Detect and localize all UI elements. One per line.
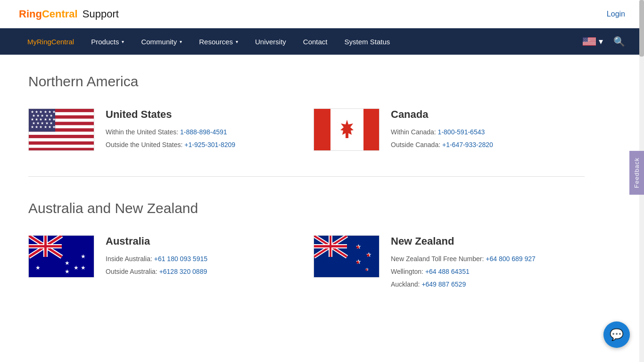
- countries-grid-anz: ★ ★ ★ ★ ★ ★ Australia Inside Australia: …: [28, 235, 585, 292]
- search-icon[interactable]: 🔍: [613, 36, 625, 47]
- svg-rect-9: [583, 43, 596, 43]
- language-chevron-icon: ▾: [599, 36, 603, 47]
- country-item-au: ★ ★ ★ ★ ★ ★ Australia Inside Australia: …: [28, 235, 299, 292]
- country-info-nz: New Zealand New Zealand Toll Free Number…: [391, 235, 536, 292]
- logo[interactable]: RingCentral Support: [19, 8, 119, 20]
- svg-rect-25: [29, 132, 94, 135]
- svg-rect-26: [29, 135, 94, 138]
- au-flag: ★ ★ ★ ★ ★ ★: [28, 235, 94, 278]
- country-info-au: Australia Inside Australia: +61 180 093 …: [106, 235, 207, 280]
- svg-rect-66: [330, 236, 331, 257]
- svg-rect-27: [29, 138, 94, 141]
- nz-phone-label: New Zealand Toll Free Number: +64 800 68…: [391, 254, 536, 264]
- country-info-us: United States Within the United States: …: [106, 108, 235, 153]
- au-phone-2: Outside Australia: +6128 320 0889: [106, 267, 207, 277]
- chevron-down-icon: ▾: [122, 39, 124, 44]
- nz-phone-link-2[interactable]: +64 488 64351: [425, 268, 470, 275]
- svg-text:★: ★: [355, 259, 360, 265]
- us-phone-link-1[interactable]: 1-888-898-4591: [180, 128, 227, 136]
- us-flag-icon: ★ ★ ★ ★ ★ ★ ★ ★ ★ ★ ★ ★ ★ ★ ★ ★ ★ ★ ★ ★ …: [583, 37, 596, 46]
- svg-rect-28: [29, 141, 94, 145]
- ca-phone-link-2[interactable]: +1-647-933-2820: [442, 141, 493, 148]
- svg-rect-51: [44, 236, 47, 257]
- ca-flag: [314, 108, 380, 151]
- svg-rect-29: [29, 145, 94, 148]
- ca-phone-link-1[interactable]: 1-800-591-6543: [438, 128, 485, 136]
- chat-icon: 💬: [610, 328, 624, 335]
- country-name-nz: New Zealand: [391, 235, 536, 247]
- svg-rect-7: [583, 42, 596, 42]
- country-name-au: Australia: [106, 235, 207, 247]
- nav-item-community[interactable]: Community ▾: [132, 28, 190, 55]
- us-phone-1: Within the United States: 1-888-898-4591: [106, 127, 235, 137]
- ca-phone-2: Outside Canada: +1-647-933-2820: [391, 140, 493, 150]
- country-item-ca: Canada Within Canada: 1-800-591-6543 Out…: [314, 108, 585, 153]
- us-flag: ★ ★ ★ ★ ★ ★ ★ ★ ★ ★ ★ ★ ★ ★ ★ ★ ★ ★ ★ ★ …: [28, 108, 94, 151]
- nav-item-myringcentral[interactable]: MyRingCentral: [19, 28, 83, 55]
- svg-rect-8: [583, 42, 596, 43]
- nz-flag: ★ ★ ★ ★ ★ ★ ★ ★: [314, 235, 380, 278]
- country-name-us: United States: [106, 108, 235, 121]
- region-northern-america: Northern America: [28, 74, 585, 153]
- logo-central: Central: [42, 8, 78, 20]
- nz-phone-auckland: Auckland: +649 887 6529: [391, 280, 536, 289]
- us-phone-link-2[interactable]: +1-925-301-8209: [184, 141, 235, 148]
- nav-items: MyRingCentral Products ▾ Community ▾ Res…: [19, 28, 583, 55]
- main-content: Northern America: [0, 55, 613, 335]
- login-button[interactable]: Login: [607, 10, 625, 18]
- svg-text:★: ★: [35, 264, 41, 271]
- svg-rect-38: [314, 109, 330, 151]
- svg-text:★: ★: [81, 253, 86, 260]
- top-header: RingCentral Support Login: [0, 0, 644, 28]
- svg-rect-39: [363, 109, 380, 151]
- au-phone-1: Inside Australia: +61 180 093 5915: [106, 254, 207, 264]
- svg-rect-11: [583, 44, 596, 45]
- svg-text:★: ★: [355, 244, 360, 250]
- svg-rect-41: [346, 132, 348, 138]
- svg-rect-12: [583, 45, 596, 46]
- country-name-ca: Canada: [391, 108, 493, 121]
- nav-bar: MyRingCentral Products ▾ Community ▾ Res…: [0, 28, 644, 55]
- nav-item-resources[interactable]: Resources ▾: [190, 28, 247, 55]
- nav-item-system-status[interactable]: System Status: [336, 28, 399, 55]
- nav-right: ★ ★ ★ ★ ★ ★ ★ ★ ★ ★ ★ ★ ★ ★ ★ ★ ★ ★ ★ ★ …: [583, 36, 625, 47]
- country-item-us: ★ ★ ★ ★ ★ ★ ★ ★ ★ ★ ★ ★ ★ ★ ★ ★ ★ ★ ★ ★ …: [28, 108, 299, 153]
- countries-grid-northern-america: ★ ★ ★ ★ ★ ★ ★ ★ ★ ★ ★ ★ ★ ★ ★ ★ ★ ★ ★ ★ …: [28, 108, 585, 153]
- logo-ring: Ring: [19, 8, 42, 20]
- svg-text:★: ★: [65, 268, 70, 275]
- nav-item-university[interactable]: University: [247, 28, 295, 55]
- nz-phone-link-3[interactable]: +649 887 6529: [421, 280, 466, 288]
- svg-rect-10: [583, 44, 596, 44]
- nz-phone-wellington: Wellington: +64 488 64351: [391, 267, 536, 277]
- svg-text:★ ★ ★ ★ ★ ★: ★ ★ ★ ★ ★ ★: [31, 125, 56, 129]
- svg-rect-30: [29, 148, 94, 151]
- section-divider: [28, 176, 585, 177]
- nav-item-products[interactable]: Products ▾: [83, 28, 132, 55]
- feedback-tab[interactable]: Feedback: [629, 151, 644, 195]
- section-title-anz: Australia and New Zealand: [28, 200, 585, 216]
- nav-item-contact[interactable]: Contact: [295, 28, 336, 55]
- ca-phone-1: Within Canada: 1-800-591-6543: [391, 127, 493, 137]
- svg-text:★: ★: [81, 264, 86, 271]
- svg-text:★: ★: [365, 268, 368, 272]
- country-info-ca: Canada Within Canada: 1-800-591-6543 Out…: [391, 108, 493, 153]
- au-phone-link-2[interactable]: +6128 320 0889: [159, 268, 207, 275]
- chevron-down-icon: ▾: [236, 39, 238, 44]
- language-selector[interactable]: ★ ★ ★ ★ ★ ★ ★ ★ ★ ★ ★ ★ ★ ★ ★ ★ ★ ★ ★ ★ …: [583, 36, 603, 47]
- svg-text:★: ★: [74, 264, 79, 271]
- us-phone-2: Outside the United States: +1-925-301-82…: [106, 140, 235, 150]
- country-item-nz: ★ ★ ★ ★ ★ ★ ★ ★ New Zealand New Zealand: [314, 235, 585, 292]
- logo-support: Support: [80, 8, 119, 20]
- svg-text:★: ★: [65, 260, 70, 266]
- section-title-northern-america: Northern America: [28, 74, 585, 90]
- scrollbar-thumb[interactable]: [639, 0, 644, 57]
- au-phone-link-1[interactable]: +61 180 093 5915: [154, 255, 207, 263]
- svg-text:★: ★: [366, 252, 371, 258]
- nz-phone-link-1[interactable]: +64 800 689 927: [486, 255, 536, 263]
- chevron-down-icon: ▾: [180, 39, 182, 44]
- region-anz: Australia and New Zealand: [28, 200, 585, 292]
